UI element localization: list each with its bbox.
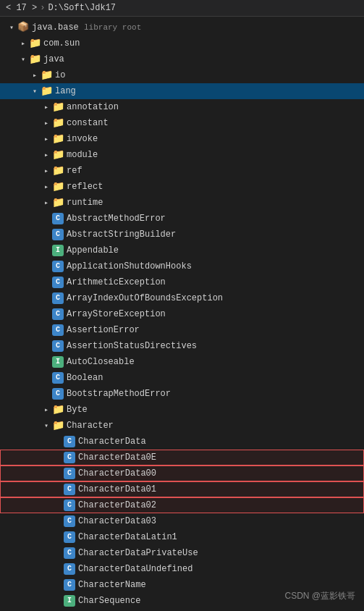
arrow-collapsed bbox=[41, 119, 52, 127]
class-icon: C bbox=[64, 436, 75, 447]
breadcrumb: < 17 > › D:\Soft\Jdk17 bbox=[0, 0, 364, 17]
tree-item-lang[interactable]: 📁lang bbox=[0, 83, 364, 99]
item-label: CharacterData03 bbox=[78, 516, 156, 526]
item-sublabel: library root bbox=[84, 23, 141, 32]
library-icon: 📦 bbox=[17, 22, 29, 33]
interface-icon: I bbox=[52, 356, 64, 368]
tree-item-CharacterData[interactable]: CCharacterData bbox=[0, 434, 364, 450]
tree-item-AssertionStatusDirectives[interactable]: CAssertionStatusDirectives bbox=[0, 338, 364, 354]
tree-item-java[interactable]: 📁java bbox=[0, 51, 364, 67]
item-label: CharacterName bbox=[78, 580, 146, 590]
folder-icon: 📁 bbox=[41, 85, 52, 97]
item-label: AssertionStatusDirectives bbox=[67, 341, 197, 351]
tree-item-Byte[interactable]: 📁Byte bbox=[0, 402, 364, 418]
class-icon: C bbox=[52, 229, 64, 240]
class-icon: C bbox=[52, 292, 64, 304]
folder-icon: 📁 bbox=[52, 101, 64, 113]
tree-item-Character[interactable]: 📁Character bbox=[0, 418, 364, 434]
item-label: invoke bbox=[67, 134, 98, 144]
item-label: java bbox=[43, 54, 64, 64]
tree-item-reflect[interactable]: 📁reflect bbox=[0, 179, 364, 195]
item-label: annotation bbox=[67, 102, 119, 112]
breadcrumb-path: D:\Soft\Jdk17 bbox=[48, 3, 116, 13]
tree-item-CharacterDataPrivateUse[interactable]: CCharacterDataPrivateUse bbox=[0, 545, 364, 561]
arrow-expanded bbox=[41, 421, 52, 430]
interface-icon: I bbox=[52, 245, 64, 256]
tree-item-BootstrapMethodError[interactable]: CBootstrapMethodError bbox=[0, 386, 364, 402]
class-icon: C bbox=[52, 213, 64, 224]
tree-item-annotation[interactable]: 📁annotation bbox=[0, 99, 364, 115]
tree-item-io[interactable]: 📁io bbox=[0, 67, 364, 83]
class-icon: C bbox=[64, 500, 75, 511]
breadcrumb-item: < 17 > bbox=[6, 3, 37, 13]
item-label: ArrayStoreException bbox=[67, 309, 166, 319]
folder-icon: 📁 bbox=[52, 149, 64, 161]
class-icon: C bbox=[52, 340, 64, 352]
tree-item-CharacterData0E[interactable]: CCharacterData0E bbox=[0, 450, 364, 465]
class-icon: C bbox=[64, 531, 75, 543]
folder-icon: 📁 bbox=[52, 165, 64, 177]
class-icon: C bbox=[64, 515, 75, 527]
item-label: Character bbox=[67, 421, 114, 431]
tree-item-Boolean[interactable]: CBoolean bbox=[0, 370, 364, 386]
tree-item-CharacterData01[interactable]: CCharacterData01 bbox=[0, 481, 364, 497]
tree-item-runtime[interactable]: 📁runtime bbox=[0, 195, 364, 211]
item-label: ArrayIndexOutOfBoundsException bbox=[67, 293, 223, 303]
item-label: AssertionError bbox=[67, 325, 140, 335]
item-label: ArithmeticException bbox=[67, 277, 166, 287]
arrow-collapsed bbox=[29, 71, 41, 80]
folder-icon: 📁 bbox=[52, 197, 64, 208]
tree-item-ArrayIndexOutOfBoundsException[interactable]: CArrayIndexOutOfBoundsException bbox=[0, 290, 364, 306]
item-label: AbstractMethodError bbox=[67, 214, 166, 224]
tree-item-com-sun[interactable]: 📁com.sun bbox=[0, 35, 364, 51]
tree-item-AutoCloseable[interactable]: IAutoCloseable bbox=[0, 354, 364, 370]
item-label: io bbox=[55, 70, 65, 80]
tree-item-AssertionError[interactable]: CAssertionError bbox=[0, 322, 364, 338]
item-label: CharacterDataLatin1 bbox=[78, 532, 177, 542]
folder-icon: 📁 bbox=[29, 54, 41, 65]
class-icon: C bbox=[64, 452, 75, 463]
tree-item-AbstractMethodError[interactable]: CAbstractMethodError bbox=[0, 211, 364, 227]
tree-item-CharacterData02[interactable]: CCharacterData02 bbox=[0, 497, 364, 513]
item-label: ref bbox=[67, 166, 82, 176]
item-label: java.base library root bbox=[32, 22, 141, 33]
arrow-collapsed bbox=[17, 39, 29, 48]
watermark: CSDN @蓝影铁哥 bbox=[284, 590, 355, 602]
arrow-expanded bbox=[17, 55, 29, 64]
tree-item-CharacterData03[interactable]: CCharacterData03 bbox=[0, 513, 364, 529]
item-label: CharSequence bbox=[78, 596, 140, 606]
tree-item-CharacterData00[interactable]: CCharacterData00 bbox=[0, 465, 364, 481]
arrow-collapsed bbox=[41, 135, 52, 143]
tree-item-ArrayStoreException[interactable]: CArrayStoreException bbox=[0, 306, 364, 322]
tree-item-invoke[interactable]: 📁invoke bbox=[0, 131, 364, 147]
arrow-collapsed bbox=[41, 167, 52, 175]
arrow-expanded bbox=[29, 87, 41, 96]
item-label: lang bbox=[55, 86, 76, 96]
item-label: Byte bbox=[67, 405, 88, 415]
item-label: CharacterData00 bbox=[78, 468, 156, 479]
item-label: CharacterData bbox=[78, 437, 146, 447]
arrow-collapsed bbox=[41, 151, 52, 159]
item-label: CharacterDataPrivateUse bbox=[78, 548, 198, 558]
class-icon: C bbox=[52, 372, 64, 384]
class-icon: C bbox=[52, 324, 64, 336]
tree-item-constant[interactable]: 📁constant bbox=[0, 115, 364, 131]
item-label: CharacterDataUndefined bbox=[78, 564, 192, 574]
file-tree: 📦java.base library root📁com.sun📁java📁io📁… bbox=[0, 17, 364, 611]
tree-item-java-base[interactable]: 📦java.base library root bbox=[0, 20, 364, 35]
class-icon: C bbox=[52, 277, 64, 288]
tree-item-ApplicationShutdownHooks[interactable]: CApplicationShutdownHooks bbox=[0, 258, 364, 274]
item-label: CharacterData01 bbox=[78, 484, 156, 494]
tree-item-ArithmeticException[interactable]: CArithmeticException bbox=[0, 274, 364, 290]
arrow-collapsed bbox=[41, 182, 52, 191]
tree-item-AbstractStringBuilder[interactable]: CAbstractStringBuilder bbox=[0, 227, 364, 243]
class-icon: C bbox=[52, 308, 64, 320]
tree-item-module[interactable]: 📁module bbox=[0, 147, 364, 163]
tree-item-ref[interactable]: 📁ref bbox=[0, 163, 364, 179]
tree-item-Appendable[interactable]: IAppendable bbox=[0, 243, 364, 258]
tree-item-CharacterDataLatin1[interactable]: CCharacterDataLatin1 bbox=[0, 529, 364, 545]
item-label: runtime bbox=[67, 198, 103, 208]
item-label: CharacterData02 bbox=[78, 500, 156, 510]
tree-item-CharacterDataUndefined[interactable]: CCharacterDataUndefined bbox=[0, 561, 364, 577]
class-icon: C bbox=[52, 261, 64, 272]
